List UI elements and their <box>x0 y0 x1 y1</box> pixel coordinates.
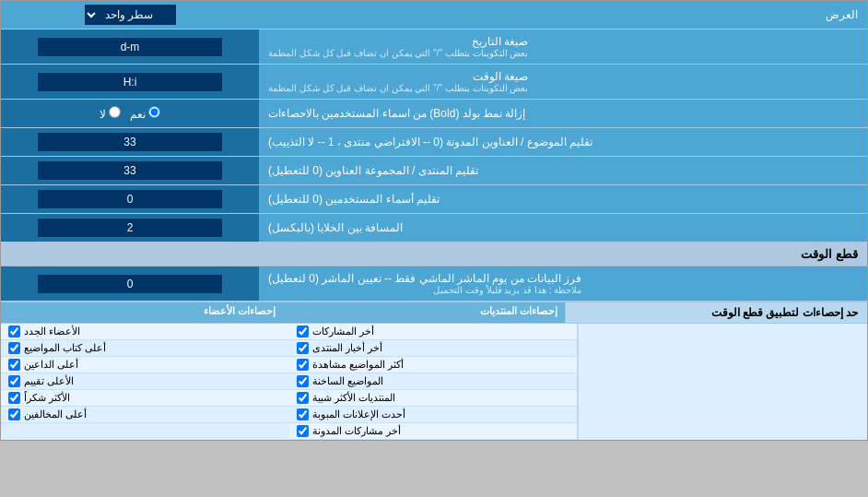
realtime-filter-input[interactable] <box>38 275 222 293</box>
cb-col3-3[interactable] <box>8 359 20 371</box>
users-trim-label: تقليم أسماء المستخدمين (0 للتعطيل) <box>259 185 867 213</box>
cb-col2-3[interactable] <box>297 359 309 371</box>
display-row: العرض سطر واحد سطران ثلاثة أسطر <box>1 1 867 30</box>
forum-per-page-label: تقليم المنتدى / المجموعة العناوين (0 للت… <box>259 157 867 184</box>
time-format-input[interactable] <box>38 73 222 91</box>
users-trim-input-cell <box>1 185 259 213</box>
checkboxes-header-row: حد إحصاءات لتطبيق قطع الوقت إحصاءات المن… <box>1 302 867 324</box>
main-container: العرض سطر واحد سطران ثلاثة أسطر صيغة الت… <box>0 0 868 441</box>
cb-col2-6[interactable] <box>297 408 309 420</box>
topics-per-page-label: تقليم الموضوع / العناوين المدونة (0 -- ا… <box>259 128 867 156</box>
cb-col2-7[interactable] <box>297 425 309 437</box>
date-format-row: صيغة التاريخ بعض التكوينات يتطلب "/" الت… <box>1 30 867 65</box>
col2-checkboxes: أخر المشاركات أخر أخبار المنتدى أكثر الم… <box>289 324 579 440</box>
bold-no-radio[interactable] <box>109 106 121 118</box>
cb-item: أعلى المخالفين <box>1 407 289 423</box>
forum-per-page-input-cell <box>1 157 259 184</box>
cb-item: أخر المشاركات <box>289 324 578 340</box>
cb-col2-1[interactable] <box>297 325 309 337</box>
forum-per-page-row: تقليم المنتدى / المجموعة العناوين (0 للت… <box>1 157 867 185</box>
cb-col3-5[interactable] <box>8 392 20 404</box>
date-format-input-cell <box>1 30 259 64</box>
cell-spacing-label: المسافة بين الخلايا (بالبكسل) <box>259 214 867 242</box>
cb-col2-5[interactable] <box>297 392 309 404</box>
bold-no-label: لا <box>100 106 121 121</box>
checkboxes-content: أخر المشاركات أخر أخبار المنتدى أكثر الم… <box>1 324 867 440</box>
cb-item: أعلى كتاب المواضيع <box>1 340 289 357</box>
topics-per-page-input[interactable] <box>38 133 222 151</box>
col2-header: إحصاءات المنتديات <box>283 302 566 323</box>
display-select[interactable]: سطر واحد سطران ثلاثة أسطر <box>85 5 176 25</box>
cb-item: المواضيع الساخنة <box>289 373 578 390</box>
cb-col3-2[interactable] <box>8 342 20 354</box>
cb-col3-6[interactable] <box>8 408 20 420</box>
bold-yes-label: نعم <box>130 106 160 121</box>
users-trim-input[interactable] <box>38 190 222 208</box>
realtime-filter-input-cell <box>1 266 259 301</box>
cb-item: أعلى الداعين <box>1 357 289 373</box>
empty-col <box>578 324 867 440</box>
realtime-filter-row: فرز البيانات من يوم الماشر الماشي فقط --… <box>1 266 867 302</box>
bold-yes-radio[interactable] <box>148 106 160 118</box>
cb-item: الأعضاء الجدد <box>1 324 289 340</box>
col3-header: إحصاءات الأعضاء <box>1 302 283 323</box>
cell-spacing-input[interactable] <box>38 219 222 237</box>
display-input-cell: سطر واحد سطران ثلاثة أسطر <box>1 1 259 29</box>
col3-checkboxes: الأعضاء الجدد أعلى كتاب المواضيع أعلى ال… <box>1 324 289 440</box>
cb-item: أحدث الإعلانات المبوبة <box>289 407 578 423</box>
time-format-row: صيغة الوقت بعض التكوينات يتطلب "/" التي … <box>1 65 867 100</box>
cb-item: الأكثر شكراً <box>1 390 289 407</box>
cb-item: أخر مشاركات المدونة <box>289 423 578 440</box>
cb-item: الأعلى تقييم <box>1 373 289 390</box>
time-format-input-cell <box>1 65 259 99</box>
topics-per-page-input-cell <box>1 128 259 156</box>
cb-col3-4[interactable] <box>8 375 20 387</box>
bold-names-row: إزالة نمط بولد (Bold) من اسماء المستخدمي… <box>1 100 867 128</box>
bold-names-label: إزالة نمط بولد (Bold) من اسماء المستخدمي… <box>259 100 867 127</box>
cb-item: المنتديات الأكثر شبية <box>289 390 578 407</box>
date-format-label: صيغة التاريخ بعض التكوينات يتطلب "/" الت… <box>259 30 867 64</box>
bold-names-input-cell: نعم لا <box>1 100 259 127</box>
cb-item: أخر أخبار المنتدى <box>289 340 578 357</box>
display-label: العرض <box>259 3 867 27</box>
topics-per-page-row: تقليم الموضوع / العناوين المدونة (0 -- ا… <box>1 128 867 157</box>
col-headers: إحصاءات المنتديات إحصاءات الأعضاء <box>1 302 566 323</box>
time-format-label: صيغة الوقت بعض التكوينات يتطلب "/" التي … <box>259 65 867 99</box>
apply-label: حد إحصاءات لتطبيق قطع الوقت <box>566 302 867 323</box>
forum-per-page-input[interactable] <box>38 161 222 180</box>
cb-col2-4[interactable] <box>297 375 309 387</box>
realtime-section-header: قطع الوقت <box>1 243 867 266</box>
cb-col2-2[interactable] <box>297 342 309 354</box>
date-format-input[interactable] <box>38 38 222 56</box>
cb-item: أكثر المواضيع مشاهدة <box>289 357 578 373</box>
cell-spacing-input-cell <box>1 214 259 242</box>
checkboxes-area: حد إحصاءات لتطبيق قطع الوقت إحصاءات المن… <box>1 302 867 440</box>
realtime-filter-label: فرز البيانات من يوم الماشر الماشي فقط --… <box>259 266 867 301</box>
cell-spacing-row: المسافة بين الخلايا (بالبكسل) <box>1 214 867 243</box>
cb-col3-1[interactable] <box>8 325 20 337</box>
users-trim-row: تقليم أسماء المستخدمين (0 للتعطيل) <box>1 185 867 214</box>
